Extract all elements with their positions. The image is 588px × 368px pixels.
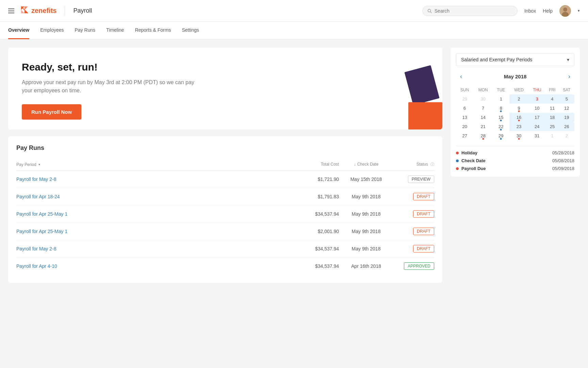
search-icon (427, 9, 432, 13)
calendar-day-cell[interactable]: 3 (528, 94, 545, 104)
legend-item: Holiday 05/28/2018 (456, 150, 574, 155)
calendar-day-cell[interactable]: 20 (456, 122, 473, 131)
nav-item-employees[interactable]: Employees (40, 22, 64, 39)
check-date-cell: May 9th 2018 (339, 211, 393, 217)
calendar-day-cell[interactable]: 11 (545, 104, 559, 113)
pay-runs-title: Pay Runs (16, 144, 434, 152)
svg-line-1 (430, 12, 431, 13)
calendar-day-cell[interactable]: 31 (528, 131, 545, 140)
nav-item-settings[interactable]: Settings (182, 22, 199, 39)
help-link[interactable]: Help (543, 8, 553, 14)
run-payroll-button[interactable]: Run Payroll Now (22, 104, 81, 120)
calendar-day-cell[interactable]: 8 (493, 104, 509, 113)
legend-label: Check Date (461, 158, 486, 163)
calendar-prev-button[interactable]: ‹ (457, 72, 465, 81)
calendar-month-label: May 2018 (504, 74, 527, 79)
calendar-day-cell[interactable]: 22 (493, 122, 509, 131)
total-cost-cell: $34,537.94 (291, 263, 339, 269)
avatar-chevron-icon[interactable]: ▾ (578, 9, 580, 13)
calendar-day-cell[interactable]: 1 (493, 94, 509, 104)
calendar-day-cell[interactable]: 2 (509, 94, 529, 104)
calendar-day-cell[interactable]: 15 (493, 113, 509, 122)
table-row: Payroll for May 2-8 $34,537.94 May 9th 2… (16, 240, 434, 258)
calendar-day-cell[interactable]: 29 (456, 94, 473, 104)
calendar-day-cell[interactable]: 5 (559, 94, 574, 104)
inbox-link[interactable]: Inbox (524, 8, 536, 14)
pay-period-link[interactable]: Payroll for Apr 18-24 (16, 194, 291, 199)
table-row: Payroll for Apr 25-May 1 $34,537.94 May … (16, 205, 434, 223)
nav-item-timeline[interactable]: Timeline (106, 22, 124, 39)
calendar-day-cell[interactable]: 10 (528, 104, 545, 113)
calendar-day-cell[interactable]: 18 (545, 113, 559, 122)
calendar-day-cell[interactable]: 23 (509, 122, 529, 131)
calendar-period-dropdown[interactable]: Salaried and Exempt Pay Periods ▾ (456, 53, 574, 66)
calendar-day-cell[interactable]: 19 (559, 113, 574, 122)
app-header: zenefits Payroll Inbox Help ▾ (0, 0, 588, 22)
calendar-dot-red (518, 110, 520, 112)
calendar-day-header: TUE (493, 86, 509, 94)
calendar-dot-blue (500, 110, 502, 112)
calendar-day-cell[interactable]: 26 (559, 122, 574, 131)
calendar-day-cell[interactable]: 29 (493, 131, 509, 140)
legend-dot-red (456, 152, 459, 154)
pay-period-link[interactable]: Payroll for Apr 25-May 1 (16, 229, 291, 234)
period-column-header[interactable]: Pay Period ▾ (16, 162, 291, 167)
total-cost-cell: $2,001.90 (291, 229, 339, 234)
check-date-cell: May 15th 2018 (339, 177, 393, 182)
calendar-week-row: 6789101112 (456, 104, 574, 113)
calendar-day-cell[interactable]: 30 (509, 131, 529, 140)
calendar-day-cell[interactable]: 27 (456, 131, 473, 140)
hamburger-menu[interactable] (8, 9, 14, 13)
hero-decoration (395, 48, 442, 129)
calendar-dot-blue (500, 138, 502, 140)
calendar-next-button[interactable]: › (566, 72, 573, 81)
avatar[interactable] (559, 5, 571, 17)
nav-item-pay-runs[interactable]: Pay Runs (75, 22, 96, 39)
calendar-day-cell[interactable]: 12 (559, 104, 574, 113)
pay-runs-card: Pay Runs Pay Period ▾ Total Cost ↓Check … (8, 136, 442, 283)
pay-period-link[interactable]: Payroll for May 2-8 (16, 177, 291, 182)
calendar-period-label: Salaried and Exempt Pay Periods (461, 57, 532, 62)
calendar-day-cell[interactable]: 1 (545, 131, 559, 140)
pay-period-link[interactable]: Payroll for May 2-8 (16, 246, 291, 251)
table-row: Payroll for Apr 25-May 1 $2,001.90 May 9… (16, 223, 434, 240)
nav-item-reports-forms[interactable]: Reports & Forms (135, 22, 171, 39)
calendar-day-cell[interactable]: 14 (473, 113, 493, 122)
status-cell: APPROVED (393, 262, 434, 270)
left-column: Ready, set, run! Approve your next pay r… (8, 48, 442, 283)
calendar-day-cell[interactable]: 24 (528, 122, 545, 131)
calendar-day-header: SUN (456, 86, 473, 94)
status-cell: PREVIEW (393, 175, 434, 183)
table-row: Payroll for Apr 4-10 $34,537.94 Apr 16th… (16, 258, 434, 275)
calendar-dot-blue (500, 129, 502, 131)
calendar-day-cell[interactable]: 28 (473, 131, 493, 140)
calendar-day-cell[interactable]: 13 (456, 113, 473, 122)
calendar-day-cell[interactable]: 17 (528, 113, 545, 122)
calendar-day-cell[interactable]: 4 (545, 94, 559, 104)
calendar-dot-red (518, 120, 520, 121)
calendar-day-cell[interactable]: 7 (473, 104, 493, 113)
calendar-day-cell[interactable]: 6 (456, 104, 473, 113)
search-input[interactable] (435, 8, 512, 14)
pay-period-link[interactable]: Payroll for Apr 4-10 (16, 263, 291, 269)
calendar-day-cell[interactable]: 21 (473, 122, 493, 131)
pay-period-link[interactable]: Payroll for Apr 25-May 1 (16, 211, 291, 217)
calendar-day-cell[interactable]: 30 (473, 94, 493, 104)
calendar-day-cell[interactable]: 25 (545, 122, 559, 131)
legend-label: Holiday (461, 150, 477, 155)
calendar-day-cell[interactable]: 16 (509, 113, 529, 122)
nav-item-overview[interactable]: Overview (8, 22, 29, 39)
table-row: Payroll for May 2-8 $1,721.90 May 15th 2… (16, 171, 434, 188)
status-cell: DRAFT (393, 210, 434, 218)
legend-date: 05/08/2018 (552, 158, 574, 163)
geo-orange-shape (408, 102, 442, 129)
search-box[interactable] (422, 6, 518, 16)
calendar-day-cell[interactable]: 2 (559, 131, 574, 140)
status-badge: APPROVED (404, 262, 434, 270)
period-column-label: Pay Period (16, 162, 36, 167)
table-header: Pay Period ▾ Total Cost ↓Check Date Stat… (16, 158, 434, 171)
calendar-day-cell[interactable]: 9 (509, 104, 529, 113)
calendar-week-row: 20212223242526 (456, 122, 574, 131)
status-badge: PREVIEW (408, 175, 434, 183)
status-cell: DRAFT (393, 245, 434, 252)
